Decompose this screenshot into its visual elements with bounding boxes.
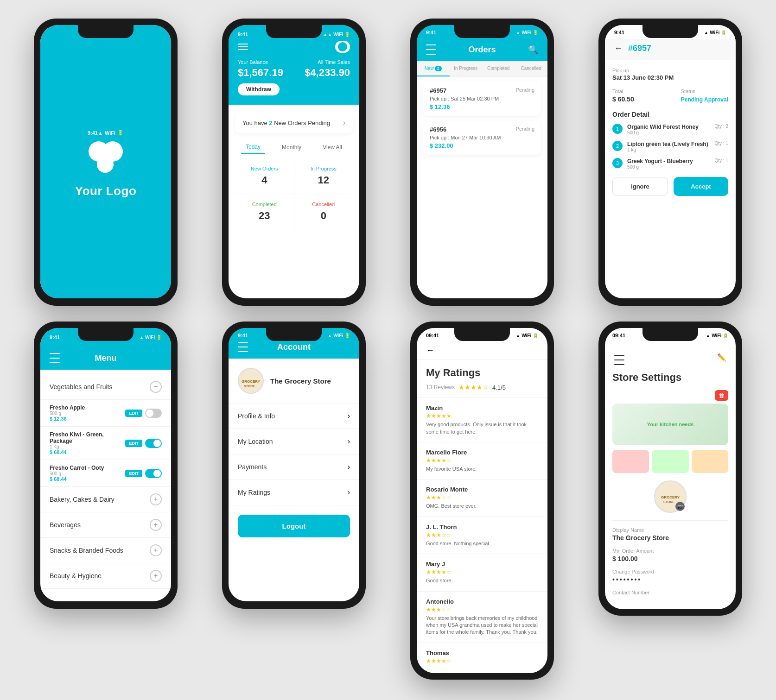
order-card-6956[interactable]: #6956 Pending Pick up : Mon 27 Mar 10:30… [423, 120, 541, 155]
menu-hamburger[interactable] [50, 353, 60, 363]
contact-label: Contact Number [612, 590, 728, 595]
section-beverages[interactable]: Beverages + [40, 512, 171, 538]
search-icon[interactable]: 🔍 [528, 44, 538, 55]
edit-icon[interactable]: ✏️ [717, 353, 726, 362]
screen-ratings: 09:41 ▲ WiFi 🔋 ← My Ratings 13 Reviews ★… [417, 328, 547, 673]
tab-in-progress[interactable]: In Progress [450, 61, 483, 76]
stats-tabs: Today Monthly View All [229, 141, 359, 154]
notch-8 [642, 328, 698, 341]
tab-monthly[interactable]: Monthly [277, 141, 306, 154]
toggle-kiwi[interactable] [145, 439, 162, 448]
grocery-logo-icon: GROCERY STORE [239, 372, 262, 390]
item-kiwi-row: Fresho Kiwi - Green, Package 1 Kg $ 68.4… [50, 431, 162, 455]
edit-carrot-button[interactable]: EDIT [125, 470, 142, 477]
cancelled-val: 0 [302, 210, 346, 222]
item-info-2: Lipton green tea (Lively Fresh) 1 kg [627, 141, 710, 152]
settings-hamburger[interactable] [614, 355, 624, 365]
order-pickup-6956: Pick up : Mon 27 Mar 10:30 AM [430, 135, 534, 140]
orders-tabs: New2 In Progress Completed Cancelled [417, 61, 547, 77]
tab-view-all[interactable]: View All [318, 141, 347, 154]
hamburger-menu[interactable] [238, 44, 248, 50]
settings-store-logo: GROCERY STORE 📷 [654, 480, 687, 513]
edit-kiwi-button[interactable]: EDIT [125, 440, 142, 447]
account-item-location[interactable]: My Location › [229, 429, 359, 454]
account-hamburger[interactable] [238, 342, 248, 352]
account-item-payments[interactable]: Payments › [229, 454, 359, 480]
phone-frame-1: 9:41 ▲ WiFi 🔋 Your Logo [34, 19, 178, 306]
section-vegetables[interactable]: Vegetables and Fruits − [40, 374, 171, 400]
withdraw-button[interactable]: Withdraw [238, 83, 280, 95]
collapse-veg-icon[interactable]: − [150, 381, 162, 393]
expand-snacks-icon[interactable]: + [150, 544, 162, 556]
total-status-row: Total $ 60.50 Status Pending Approval [612, 88, 728, 103]
balance-label: Your Balance [238, 59, 268, 65]
display-name-val: The Grocery Store [612, 534, 728, 542]
change-password-field: Change Password •••••••• [612, 569, 728, 583]
notch-6 [266, 328, 322, 341]
item-weight-3: 500 g [627, 164, 710, 170]
pending-banner[interactable]: You have 2 New Orders Pending › [235, 112, 353, 133]
delete-banner-button[interactable]: 🗑 [715, 390, 728, 401]
reviewer-comment-thorn: Good store. Nothing special. [426, 540, 538, 547]
stats-grid: New Orders 4 In Progress 12 Completed 23… [235, 158, 353, 229]
item-kiwi-info: Fresho Kiwi - Green, Package 1 Kg $ 68.4… [50, 431, 125, 455]
chevron-right-icon: › [343, 119, 345, 127]
tab-today[interactable]: Today [241, 141, 265, 154]
item-name-3: Greek Yogurt - Blueberry [627, 158, 710, 164]
back-arrow-ratings-icon[interactable]: ← [426, 346, 434, 355]
total-value: $ 60.50 [612, 95, 634, 103]
display-name-label: Display Name [612, 527, 728, 533]
reviewer-stars-thomas: ★★★★☆ [426, 658, 538, 664]
account-item-ratings[interactable]: My Ratings › [229, 480, 359, 505]
tab-cancelled[interactable]: Cancelled [515, 61, 548, 76]
online-toggle[interactable] [335, 41, 350, 53]
store-logo: GROCERY STORE [238, 368, 264, 394]
order-card-6957[interactable]: #6957 Pending Pick up : Sat 25 Mar 02:30… [423, 82, 541, 116]
item-num-3: 3 [612, 158, 623, 168]
order-card-header-6957: #6957 Pending [430, 87, 534, 94]
pickup-value: Sat 13 June 02:30 PM [612, 74, 728, 81]
accept-button[interactable]: Accept [674, 177, 728, 196]
new-orders-label: New Orders [242, 166, 286, 171]
reviewer-name-thorn: J. L. Thorn [426, 523, 538, 530]
ignore-button[interactable]: Ignore [612, 177, 668, 196]
section-beauty-name: Beauty & Hygiene [50, 572, 102, 580]
reviewer-name-antonello: Antonello [426, 598, 538, 605]
screen-dashboard: 9:41 ▲▲ WiFi 🔋 Your Bal [229, 25, 359, 298]
reviewer-name-thomas: Thomas [426, 650, 538, 656]
notch-3 [454, 25, 510, 38]
settings-body: ✏️ Store Settings 🗑 Your kitchen needs [605, 341, 736, 609]
expand-beauty-icon[interactable]: + [150, 570, 162, 582]
status-col: Status Pending Approval [681, 88, 728, 103]
logout-button[interactable]: Logout [238, 515, 350, 537]
toggle-apple[interactable] [145, 409, 162, 418]
item-name-2: Lipton green tea (Lively Fresh) [627, 141, 710, 147]
section-beauty[interactable]: Beauty & Hygiene + [40, 563, 171, 589]
expand-beverages-icon[interactable]: + [150, 519, 162, 531]
tab-completed[interactable]: Completed [482, 61, 515, 76]
cancelled-label: Cancelled [302, 202, 346, 207]
stat-completed: Completed 23 [235, 194, 294, 229]
balance-labels: Your Balance All Time Sales [238, 59, 350, 65]
tab-new[interactable]: New2 [417, 61, 450, 76]
banner-section: 🗑 Your kitchen needs [612, 390, 728, 473]
phone-frame-8: 09:41 ▲ WiFi 🔋 ✏️ Store Settings 🗑 [598, 322, 742, 616]
item-qty-1: Qty : 2 [715, 124, 728, 129]
item-num-1: 1 [612, 124, 623, 134]
edit-apple-button[interactable]: EDIT [125, 410, 142, 417]
order-pickup-6957: Pick up : Sat 25 Mar 02:30 PM [430, 96, 534, 101]
notch-1 [78, 25, 134, 38]
order-price-6957: $ 12.36 [430, 103, 534, 110]
section-snacks[interactable]: Snacks & Branded Foods + [40, 538, 171, 563]
expand-bakery-icon[interactable]: + [150, 493, 162, 505]
back-arrow-icon[interactable]: ← [614, 44, 623, 53]
banner-text: Your kitchen needs [647, 422, 694, 427]
orders-hamburger[interactable] [426, 44, 436, 55]
toggle-carrot[interactable] [145, 469, 162, 478]
section-bakery[interactable]: Bakery, Cakes & Dairy + [40, 487, 171, 512]
order-status-6956: Pending [516, 126, 534, 133]
account-item-profile[interactable]: Profile & Info › [229, 404, 359, 429]
item-apple-name: Fresho Apple [50, 404, 85, 411]
settings-title: Store Settings [612, 372, 728, 384]
camera-icon[interactable]: 📷 [675, 502, 685, 511]
